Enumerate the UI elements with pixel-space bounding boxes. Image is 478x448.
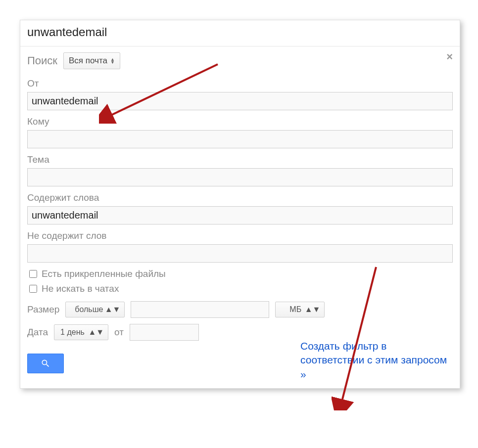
date-range-value: 1 день — [60, 328, 85, 337]
subject-input[interactable] — [27, 168, 453, 186]
size-label: Размер — [27, 304, 59, 315]
panel-body: × Поиск Вся почта ▲▼ От Кому Тема Содерж… — [20, 46, 460, 388]
not-words-label: Не содержит слов — [27, 230, 106, 241]
search-scope-value: Вся почта — [69, 56, 107, 66]
no-chats-checkbox[interactable] — [29, 285, 37, 293]
has-words-input[interactable] — [27, 206, 453, 224]
date-from-input[interactable] — [130, 324, 199, 341]
attachments-check-row: Есть прикрепленные файлы — [27, 269, 453, 279]
date-row: Дата 1 день ▲▼ от — [27, 324, 453, 341]
to-label: Кому — [27, 116, 49, 127]
to-input[interactable] — [27, 130, 453, 148]
no-chats-label: Не искать в чатах — [42, 283, 119, 294]
updown-icon: ▲▼ — [305, 305, 321, 314]
size-op-select[interactable]: больше ▲▼ — [65, 302, 125, 317]
updown-icon: ▲▼ — [88, 328, 104, 337]
create-filter-link[interactable]: Создать фильтр в соответствии с этим зап… — [300, 339, 449, 381]
not-words-input[interactable] — [27, 244, 453, 263]
has-words-label: Содержит слова — [27, 192, 99, 203]
search-button[interactable] — [27, 354, 64, 373]
size-op-value: больше — [75, 305, 103, 314]
updown-icon: ▲▼ — [110, 58, 115, 64]
close-icon[interactable]: × — [446, 51, 453, 62]
updown-icon: ▲▼ — [105, 305, 121, 314]
date-from-label: от — [114, 327, 124, 338]
advanced-search-panel: unwantedemail × Поиск Вся почта ▲▼ От Ко… — [20, 20, 460, 389]
panel-title: unwantedemail — [20, 20, 460, 46]
search-label: Поиск — [27, 54, 57, 67]
not-words-row: Не содержит слов — [27, 230, 453, 263]
from-input[interactable] — [27, 92, 453, 110]
has-words-row: Содержит слова — [27, 192, 453, 224]
attachments-checkbox[interactable] — [29, 270, 37, 278]
size-value-input[interactable] — [131, 301, 269, 318]
to-row: Кому — [27, 116, 453, 148]
attachments-label: Есть прикрепленные файлы — [42, 269, 166, 279]
date-label: Дата — [27, 327, 48, 338]
subject-label: Тема — [27, 154, 49, 165]
size-unit-select[interactable]: МБ ▲▼ — [275, 302, 325, 317]
size-unit-value: МБ — [289, 305, 301, 314]
from-row: От — [27, 78, 453, 110]
search-scope-select[interactable]: Вся почта ▲▼ — [63, 52, 120, 69]
date-range-select[interactable]: 1 день ▲▼ — [54, 324, 108, 340]
subject-row: Тема — [27, 154, 453, 186]
search-scope-row: Поиск Вся почта ▲▼ — [27, 52, 453, 69]
magnifier-icon — [41, 358, 50, 368]
size-row: Размер больше ▲▼ МБ ▲▼ — [27, 301, 453, 318]
no-chats-check-row: Не искать в чатах — [27, 283, 453, 294]
from-label: От — [27, 78, 39, 89]
